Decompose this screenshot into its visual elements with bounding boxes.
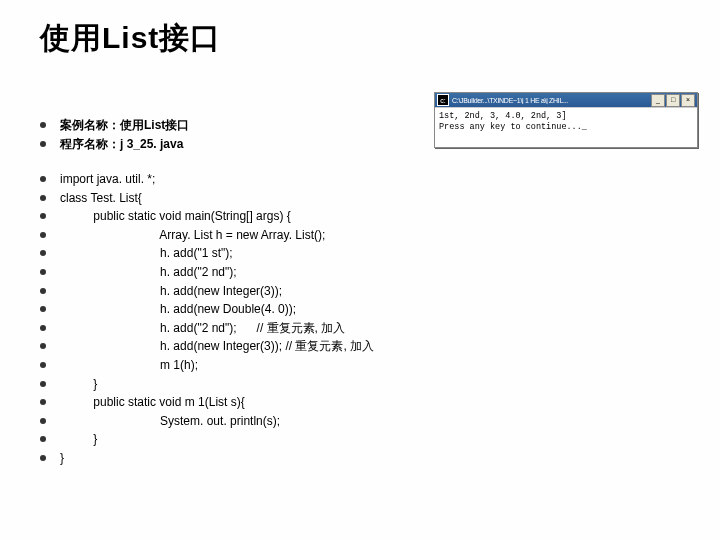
meta-text: 程序名称：j 3_25. java [60,135,183,154]
code-line: h. add("2 nd"); [60,263,237,282]
list-item: public static void main(String[] args) { [40,207,374,226]
list-item: import java. util. *; [40,170,374,189]
bullet-icon [40,381,46,387]
list-item: System. out. println(s); [40,412,374,431]
bullet-icon [40,232,46,238]
minimize-button[interactable]: _ [651,94,665,107]
bullet-icon [40,455,46,461]
code-line: Array. List h = new Array. List(); [60,226,325,245]
list-item: Array. List h = new Array. List(); [40,226,374,245]
console-output: 1st, 2nd, 3, 4.0, 2nd, 3] Press any key … [435,107,697,147]
list-item: public static void m 1(List s){ [40,393,374,412]
list-item: h. add("2 nd"); // 重复元素, 加入 [40,319,374,338]
list-item: h. add(new Integer(3)); [40,282,374,301]
list-item: h. add("1 st"); [40,244,374,263]
bullet-icon [40,195,46,201]
code-line: } [60,375,97,394]
list-item: h. add(new Integer(3)); // 重复元素, 加入 [40,337,374,356]
bullet-icon [40,141,46,147]
bullet-icon [40,122,46,128]
bullet-icon [40,362,46,368]
code-line: System. out. println(s); [60,412,280,431]
bullet-icon [40,250,46,256]
list-item: m 1(h); [40,356,374,375]
list-item: } [40,449,374,468]
console-window: c: C:\JBuilder...\TXINDE~1\j 1 HE a\j ZH… [434,92,698,148]
code-line: public static void m 1(List s){ [60,393,245,412]
bullet-icon [40,269,46,275]
code-line: h. add(new Integer(3)); [60,282,282,301]
code-line: h. add("1 st"); [60,244,233,263]
list-item: h. add(new Double(4. 0)); [40,300,374,319]
bullet-icon [40,418,46,424]
code-line: h. add(new Integer(3)); // 重复元素, 加入 [60,337,374,356]
code-list: import java. util. *; class Test. List{ … [40,170,374,468]
bullet-icon [40,325,46,331]
code-line: import java. util. *; [60,170,155,189]
window-buttons: _ □ × [651,94,695,107]
list-item: 程序名称：j 3_25. java [40,135,189,154]
close-button[interactable]: × [681,94,695,107]
meta-text: 案例名称：使用List接口 [60,116,189,135]
code-line: } [60,449,64,468]
bullet-icon [40,343,46,349]
cmd-icon: c: [437,94,449,106]
code-line: public static void main(String[] args) { [60,207,291,226]
bullet-icon [40,213,46,219]
console-title-text: C:\JBuilder...\TXINDE~1\j 1 HE a\j ZHIL.… [452,97,651,104]
code-line: class Test. List{ [60,189,142,208]
maximize-button[interactable]: □ [666,94,680,107]
meta-list: 案例名称：使用List接口 程序名称：j 3_25. java [40,116,189,153]
list-item: class Test. List{ [40,189,374,208]
bullet-icon [40,176,46,182]
list-item: } [40,430,374,449]
console-titlebar: c: C:\JBuilder...\TXINDE~1\j 1 HE a\j ZH… [435,93,697,107]
list-item: h. add("2 nd"); [40,263,374,282]
bullet-icon [40,399,46,405]
list-item: 案例名称：使用List接口 [40,116,189,135]
bullet-icon [40,288,46,294]
list-item: } [40,375,374,394]
slide-title: 使用List接口 [40,18,221,59]
bullet-icon [40,306,46,312]
code-line: } [60,430,97,449]
bullet-icon [40,436,46,442]
code-line: h. add("2 nd"); // 重复元素, 加入 [60,319,345,338]
code-line: h. add(new Double(4. 0)); [60,300,296,319]
code-line: m 1(h); [60,356,198,375]
